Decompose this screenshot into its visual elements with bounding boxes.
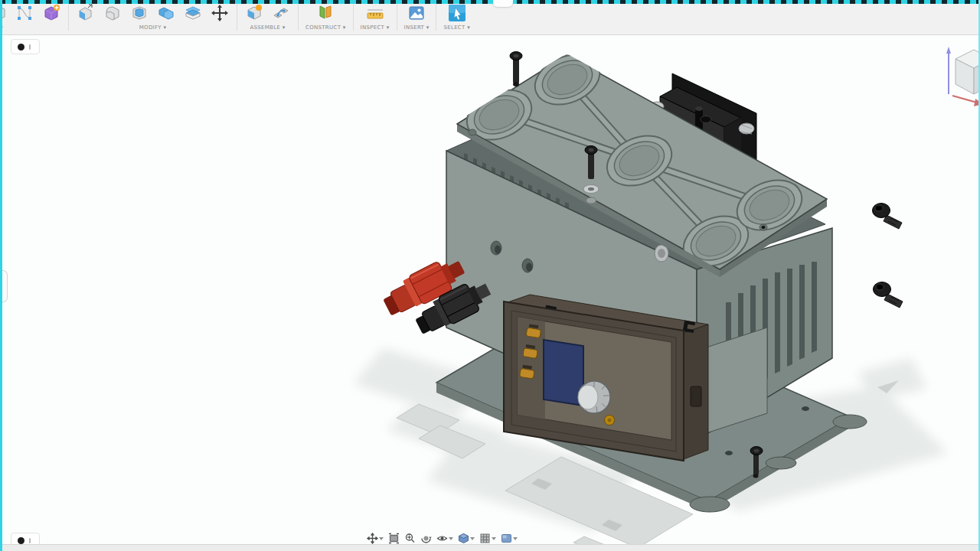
orbit-icon[interactable] [420, 532, 433, 545]
toolbar-group-select: SELECT ▾ [436, 0, 477, 31]
toolbar-label-modify[interactable]: MODIFY ▾ [139, 24, 166, 31]
bolt-right-upper[interactable] [873, 204, 903, 230]
screenshare-notch[interactable] [493, 0, 513, 7]
pan-icon[interactable] [366, 532, 384, 545]
dropdown-caret [513, 537, 518, 540]
press-pull-icon[interactable] [76, 3, 96, 23]
move-icon[interactable] [210, 3, 230, 23]
dropdown-caret [492, 537, 496, 540]
combine-icon[interactable] [156, 3, 176, 23]
timeline-toggle-tab[interactable] [11, 533, 40, 545]
toolbar: ATE ▾ MODIFY ▾ [0, 0, 980, 35]
insert-image-icon[interactable] [407, 3, 426, 23]
toolbar-label-select[interactable]: SELECT ▾ [443, 24, 470, 31]
tick-mark [29, 44, 31, 50]
navigation-bar [366, 532, 518, 545]
sketch-rectangle-icon[interactable] [15, 3, 34, 23]
lcd-screen [544, 340, 583, 406]
tick-mark [29, 538, 31, 543]
fillet-icon[interactable] [103, 3, 122, 23]
psu-display-module[interactable] [504, 295, 708, 461]
fit-icon[interactable] [387, 532, 400, 545]
toolbar-group-insert: INSERT ▾ [397, 0, 436, 31]
washer [586, 197, 596, 204]
dropdown-caret [449, 537, 453, 540]
new-component-icon[interactable] [244, 3, 264, 23]
toolbar-group-construct: CONSTRUCT ▾ [299, 0, 353, 31]
toolbar-group-assemble: ASSEMBLE ▾ [237, 0, 298, 31]
browser-toggle-tab[interactable] [11, 39, 40, 54]
module-port [691, 386, 701, 406]
record-dot-icon [18, 44, 24, 51]
model-3d-view[interactable] [0, 35, 980, 545]
toolbar-label-inspect[interactable]: INSPECT ▾ [361, 24, 390, 31]
view-cube[interactable] [940, 43, 980, 116]
viewport-canvas[interactable] [0, 35, 980, 545]
fusion-window: { "share_overlay": { "border_color": "#2… [0, 0, 980, 551]
grid-and-snaps-icon[interactable] [479, 532, 497, 545]
window-bottom-strip [0, 544, 980, 551]
select-icon[interactable] [447, 3, 467, 23]
toolbar-label-assemble[interactable]: ASSEMBLE ▾ [250, 24, 285, 31]
toolbar-label-insert[interactable]: INSERT ▾ [404, 24, 430, 31]
look-at-icon[interactable] [436, 532, 454, 545]
bolt-right-lower[interactable] [874, 282, 903, 308]
control-knob[interactable] [578, 381, 610, 413]
shell-icon[interactable] [129, 3, 149, 23]
toolbar-label-construct[interactable]: CONSTRUCT ▾ [305, 24, 346, 31]
toolbar-group-create: ATE ▾ [0, 0, 68, 31]
screenshare-border-top [0, 0, 980, 4]
joint-icon[interactable] [271, 3, 291, 23]
dropdown-caret [470, 537, 475, 540]
record-dot-icon [18, 537, 24, 544]
toolbar-group-inspect: INSPECT ▾ [354, 0, 397, 31]
screw-top[interactable] [510, 52, 522, 87]
dropdown-caret [379, 537, 384, 540]
display-settings-icon[interactable] [457, 532, 475, 545]
zoom-icon[interactable] [403, 532, 416, 545]
toolbar-group-modify: MODIFY ▾ [69, 0, 237, 31]
measure-icon[interactable] [365, 3, 385, 23]
x-axis [952, 96, 977, 103]
screenshare-border-left [0, 0, 2, 551]
construct-plane-icon[interactable] [315, 3, 335, 23]
primitive-box-icon[interactable] [41, 3, 61, 23]
split-body-icon[interactable] [183, 3, 203, 23]
viewports-icon[interactable] [500, 532, 518, 545]
